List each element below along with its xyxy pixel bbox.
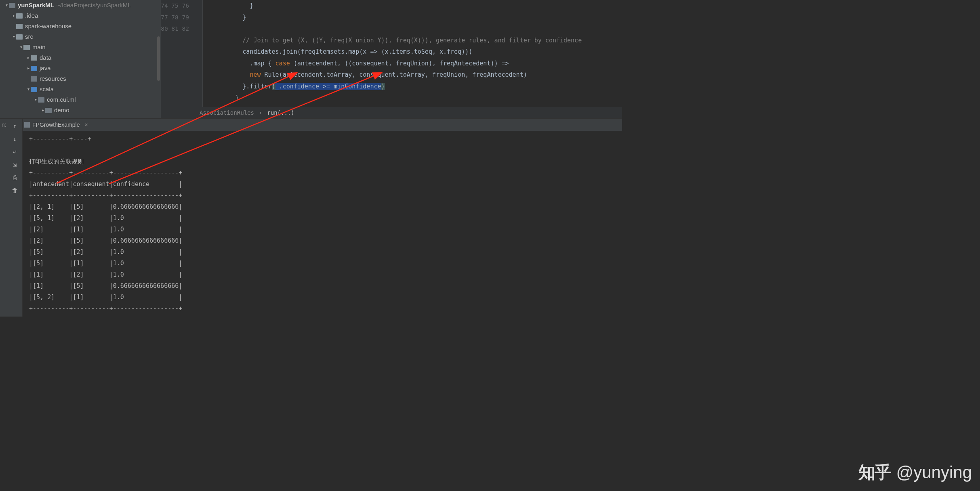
tree-item-spark-warehouse[interactable]: spark-warehouse [0,21,161,31]
run-label: n: [2,122,6,128]
tree-item-java[interactable]: ▸java [0,63,161,73]
folder-icon [23,45,30,50]
breadcrumb-sep: › [259,109,262,116]
arrow-up-icon[interactable]: ↑ [11,122,19,130]
folder-icon [38,97,44,103]
code-content[interactable]: } } // Join to get (X, ((Y, freq(X union… [203,0,622,107]
gutter: 74 75 76 77 78 79 80 81 82 [161,0,197,107]
scroll-to-end-icon[interactable]: ⇲ [11,161,19,169]
tree-label: data [40,52,51,63]
run-left-strip [0,119,7,317]
breadcrumb-method[interactable]: run(...) [267,109,294,116]
breadcrumb-class[interactable]: AssociationRules [200,109,254,116]
project-sidebar[interactable]: ▾ yunSparkML ~/IdeaProjects/yunSparkML ▸… [0,0,161,118]
run-tab[interactable]: FPGrowthExample [32,122,80,128]
fold-column[interactable] [197,0,203,107]
tree-label: demo [54,105,69,115]
wrap-icon[interactable]: ⤶ [11,148,19,156]
run-toolbar: ↑ ↓ ⤶ ⇲ ⎙ 🗑 [7,119,23,317]
folder-icon [31,66,37,71]
tree-item-src[interactable]: ▾src [0,31,161,42]
run-config-icon [24,122,30,128]
close-icon[interactable]: × [84,122,88,128]
tree-label: com.cui.ml [47,94,76,105]
tree-item-demo[interactable]: ▸demo [0,105,161,115]
tree-item-main[interactable]: ▾main [0,42,161,52]
sidebar-scrollbar[interactable] [157,36,160,81]
tree-item-com-cui-ml[interactable]: ▾com.cui.ml [0,94,161,105]
tree-label: main [32,42,46,52]
console-output[interactable]: +----------+----+ 打印生成的关联规则 +----------+… [23,131,622,317]
tree-label: java [40,63,51,73]
tree-label: spark-warehouse [25,21,72,31]
folder-icon [31,55,37,61]
trash-icon[interactable]: 🗑 [11,187,19,195]
tree-item--idea[interactable]: ▸.idea [0,10,161,21]
folder-icon [31,76,37,82]
tree-label: .idea [25,10,38,21]
tree-item-scala[interactable]: ▾scala [0,84,161,94]
print-icon[interactable]: ⎙ [11,174,19,182]
run-tabs: n: FPGrowthExample × [23,119,622,131]
editor[interactable]: 74 75 76 77 78 79 80 81 82 } } // Join t… [161,0,622,118]
project-root[interactable]: ▾ yunSparkML ~/IdeaProjects/yunSparkML [0,0,161,10]
folder-icon [31,87,37,92]
tree-item-resources[interactable]: resources [0,73,161,84]
tree-label: scala [40,84,54,94]
folder-icon [16,24,23,29]
breadcrumb[interactable]: AssociationRules › run(...) [161,107,622,118]
tree-item-data[interactable]: ▸data [0,52,161,63]
arrow-down-icon[interactable]: ↓ [11,135,19,143]
tree-label: src [25,31,33,42]
folder-icon [45,108,52,113]
folder-icon [16,13,23,19]
tree-label: resources [40,73,66,84]
folder-icon [16,34,23,40]
